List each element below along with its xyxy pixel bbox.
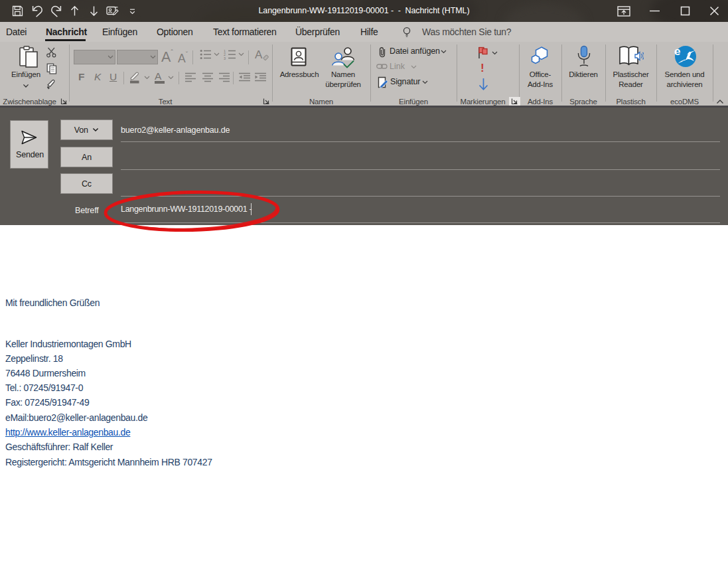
svg-text:3: 3 [224,56,226,60]
svg-text:e: e [674,45,680,58]
